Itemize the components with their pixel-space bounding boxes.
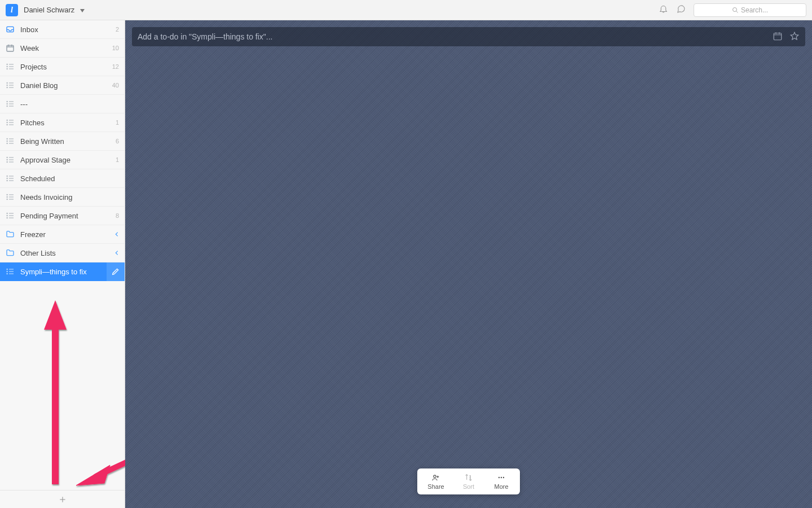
sidebar-item-label: Daniel Blog [20, 81, 112, 90]
svg-point-51 [7, 199, 7, 199]
sort-icon [464, 473, 474, 482]
sidebar: Inbox 2 Week 10 Projects 12 [0, 20, 125, 508]
folder-icon [6, 248, 15, 257]
list-icon [6, 174, 15, 183]
sidebar-item-count: 1 [116, 119, 119, 126]
svg-point-9 [7, 68, 7, 69]
sidebar-item-label: Week [20, 44, 112, 52]
user-name-label: Daniel Schwarz [24, 6, 74, 14]
svg-point-44 [7, 178, 7, 178]
list-icon [6, 118, 15, 127]
sidebar-item-being-written[interactable]: Being Written 6 [0, 132, 125, 151]
svg-point-49 [7, 194, 7, 195]
sidebar-item-needs-invoicing[interactable]: Needs Invoicing [0, 188, 125, 207]
svg-point-50 [7, 196, 7, 197]
svg-point-15 [7, 87, 7, 87]
sidebar-item-inbox[interactable]: Inbox 2 [0, 20, 125, 39]
svg-point-55 [7, 213, 7, 213]
sidebar-item-label: Pitches [20, 119, 116, 127]
svg-point-14 [7, 85, 7, 85]
bell-icon[interactable] [659, 4, 668, 16]
pencil-icon [111, 267, 120, 276]
svg-point-45 [7, 180, 7, 181]
svg-point-20 [7, 103, 7, 104]
folder-icon [6, 230, 15, 239]
sort-button[interactable]: Sort [452, 472, 485, 491]
svg-rect-68 [774, 33, 782, 40]
sidebar-item-label: Needs Invoicing [20, 193, 119, 202]
star-icon[interactable] [789, 31, 800, 43]
sidebar-item-count: 40 [112, 82, 119, 89]
svg-point-63 [7, 273, 7, 274]
sidebar-item-daniel-blog[interactable]: Daniel Blog 40 [0, 76, 125, 95]
add-todo-input[interactable]: Add a to-do in "Sympli—things to fix"... [132, 27, 805, 46]
share-button[interactable]: Share [420, 472, 452, 491]
sidebar-item-label: Projects [20, 63, 112, 71]
sidebar-item-scheduled[interactable]: Scheduled [0, 169, 125, 188]
sidebar-item-label: --- [20, 100, 119, 108]
sidebar-item-label: Being Written [20, 137, 116, 146]
sidebar-item-label: Pending Payment [20, 212, 116, 220]
svg-point-43 [7, 176, 7, 176]
app-icon[interactable]: l [6, 4, 18, 16]
svg-point-38 [7, 159, 7, 160]
search-icon [732, 7, 739, 14]
list-icon [6, 155, 15, 164]
due-date-icon[interactable] [773, 31, 783, 43]
svg-point-25 [7, 120, 7, 120]
plus-icon [59, 496, 67, 503]
calendar-icon [6, 43, 15, 52]
svg-point-70 [498, 477, 500, 478]
sidebar-item-approval-stage[interactable]: Approval Stage 1 [0, 151, 125, 169]
sidebar-item-label: Freezer [20, 230, 114, 239]
sidebar-item-pending-payment[interactable]: Pending Payment 8 [0, 207, 125, 225]
list-icon [6, 81, 15, 90]
search-input[interactable]: Search... [694, 3, 806, 17]
sidebar-item-separator[interactable]: --- [0, 95, 125, 113]
sidebar-item-label: Sympli—things to fix [20, 268, 107, 276]
svg-point-7 [7, 64, 7, 64]
list-icon [6, 99, 15, 108]
chat-icon[interactable] [676, 4, 686, 16]
svg-point-0 [732, 7, 736, 11]
svg-point-37 [7, 157, 7, 157]
edit-list-button[interactable] [107, 262, 125, 281]
share-icon [431, 473, 441, 482]
sidebar-item-label: Other Lists [20, 249, 114, 257]
svg-point-21 [7, 106, 7, 106]
list-icon [6, 137, 15, 146]
top-bar: l Daniel Schwarz Search... [0, 0, 812, 20]
more-button[interactable]: More [485, 472, 518, 491]
svg-point-56 [7, 215, 7, 216]
sidebar-item-count: 10 [112, 45, 119, 51]
sidebar-item-count: 1 [116, 156, 119, 163]
sidebar-folder-freezer[interactable]: Freezer [0, 225, 125, 244]
chevron-left-icon [114, 230, 119, 239]
sidebar-item-week[interactable]: Week 10 [0, 39, 125, 58]
svg-point-62 [7, 271, 7, 271]
user-menu[interactable]: Daniel Schwarz [24, 6, 85, 14]
svg-line-1 [736, 11, 738, 12]
svg-point-8 [7, 66, 7, 67]
sidebar-item-label: Scheduled [20, 174, 119, 183]
svg-point-71 [501, 477, 502, 478]
svg-point-19 [7, 101, 7, 102]
svg-rect-3 [7, 45, 14, 51]
sidebar-item-pitches[interactable]: Pitches 1 [0, 113, 125, 132]
add-todo-placeholder: Add a to-do in "Sympli—things to fix"... [138, 32, 773, 41]
more-icon [496, 473, 506, 482]
add-list-button[interactable] [0, 490, 125, 508]
sidebar-item-sympli[interactable]: Sympli—things to fix [0, 262, 125, 281]
main-area: Add a to-do in "Sympli—things to fix"... [125, 20, 812, 508]
more-label: More [494, 483, 508, 490]
caret-down-icon [80, 6, 85, 14]
list-icon [6, 211, 15, 220]
svg-point-61 [7, 269, 7, 269]
svg-point-69 [434, 475, 436, 478]
chevron-left-icon [114, 249, 119, 257]
sidebar-item-count: 12 [112, 63, 119, 70]
sidebar-folder-other-lists[interactable]: Other Lists [0, 244, 125, 262]
inbox-icon [6, 25, 15, 34]
sidebar-item-projects[interactable]: Projects 12 [0, 58, 125, 76]
share-label: Share [427, 483, 444, 490]
